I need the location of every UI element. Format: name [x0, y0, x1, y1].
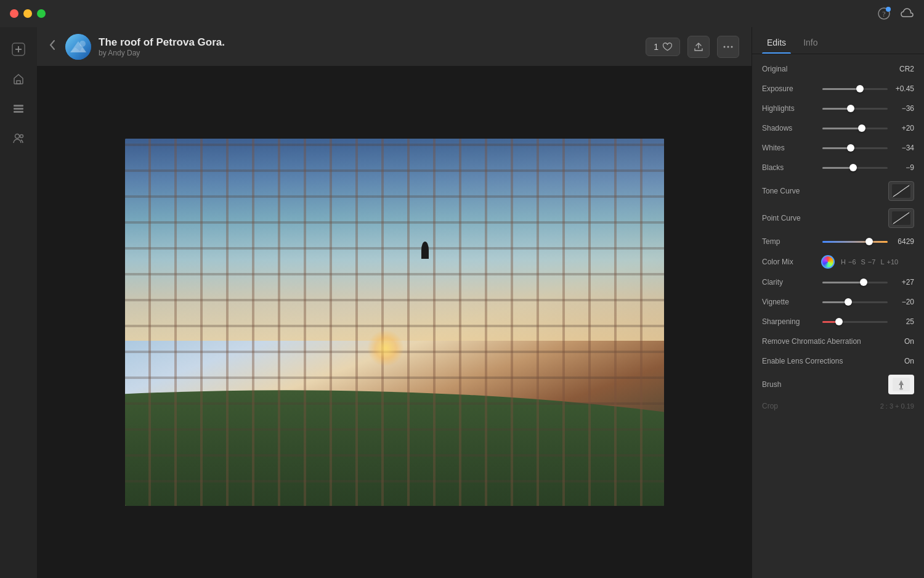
- color-mix-s-label: S: [861, 258, 865, 266]
- sharpening-thumb[interactable]: [835, 318, 843, 325]
- sidebar: [0, 27, 37, 578]
- minimize-button[interactable]: [23, 9, 32, 18]
- svg-point-22: [899, 388, 903, 390]
- highlights-slider[interactable]: [822, 108, 888, 110]
- svg-rect-8: [14, 111, 23, 113]
- vignette-thumb[interactable]: [845, 298, 852, 306]
- blacks-value: −9: [893, 163, 914, 172]
- tone-curve-row: Tone Curve: [752, 177, 924, 205]
- like-count: 1: [654, 42, 659, 52]
- clarity-label: Clarity: [762, 278, 817, 287]
- chromatic-value: On: [893, 337, 914, 346]
- clarity-fill: [822, 282, 864, 283]
- more-options-button[interactable]: [717, 36, 739, 58]
- tab-edits[interactable]: Edits: [762, 31, 791, 54]
- help-icon[interactable]: ?: [877, 7, 891, 20]
- exposure-value: +0.45: [893, 84, 914, 93]
- photo-title: The roof of Petrova Gora.: [99, 36, 225, 49]
- temp-slider[interactable]: [822, 241, 888, 243]
- svg-point-14: [727, 46, 729, 47]
- lens-corrections-row: Enable Lens Corrections On: [752, 351, 924, 371]
- sharpening-row: Sharpening 25: [752, 312, 924, 332]
- highlights-label: Highlights: [762, 104, 817, 113]
- color-mix-h-label: H: [841, 258, 846, 266]
- shadows-thumb[interactable]: [858, 124, 865, 132]
- close-button[interactable]: [10, 9, 18, 18]
- app-body: The roof of Petrova Gora. by Andy Day 1: [0, 27, 924, 578]
- back-button[interactable]: [49, 39, 55, 54]
- blacks-fill: [822, 167, 853, 169]
- lens-label: Enable Lens Corrections: [762, 357, 888, 365]
- exposure-fill: [822, 88, 860, 90]
- right-panel: Edits Info Original CR2 Exposure +0.45 H…: [752, 27, 924, 578]
- titlebar: ?: [0, 0, 924, 27]
- shadows-fill: [822, 128, 862, 129]
- maximize-button[interactable]: [37, 9, 46, 18]
- shadows-label: Shadows: [762, 124, 817, 132]
- blacks-slider[interactable]: [822, 167, 888, 169]
- svg-point-9: [15, 134, 20, 139]
- whites-row: Whites −34: [752, 138, 924, 158]
- photo-header-actions: 1: [646, 36, 739, 58]
- svg-point-12: [79, 41, 86, 47]
- point-curve-button[interactable]: [888, 208, 914, 228]
- vignette-value: −20: [893, 298, 914, 306]
- color-mix-circle[interactable]: [821, 255, 835, 269]
- color-mix-row: Color Mix H −6 S −7 L +10: [752, 251, 924, 272]
- crop-label: Crop: [762, 402, 778, 410]
- share-button[interactable]: [687, 36, 710, 58]
- color-mix-l-label: L: [880, 258, 884, 266]
- blacks-thumb[interactable]: [849, 164, 857, 171]
- highlights-row: Highlights −36: [752, 99, 924, 118]
- original-row: Original CR2: [752, 59, 924, 79]
- svg-point-10: [20, 135, 23, 138]
- clarity-thumb[interactable]: [860, 279, 867, 286]
- structure-overlay: [125, 139, 664, 506]
- blacks-label: Blacks: [762, 163, 817, 172]
- highlights-thumb[interactable]: [847, 105, 854, 112]
- shadows-row: Shadows +20: [752, 118, 924, 138]
- sidebar-item-library[interactable]: [6, 96, 31, 121]
- clarity-slider[interactable]: [822, 282, 888, 283]
- tab-info[interactable]: Info: [798, 31, 822, 54]
- color-mix-values: H −6 S −7 L +10: [841, 258, 898, 266]
- clarity-row: Clarity +27: [752, 272, 924, 292]
- temp-row: Temp 6429: [752, 232, 924, 251]
- chromatic-aberration-row: Remove Chromatic Aberration On: [752, 332, 924, 351]
- whites-value: −34: [893, 144, 914, 152]
- whites-label: Whites: [762, 144, 817, 152]
- svg-rect-5: [17, 81, 20, 84]
- sidebar-item-people[interactable]: [6, 126, 31, 150]
- photo-header: The roof of Petrova Gora. by Andy Day 1: [37, 27, 752, 67]
- exposure-thumb[interactable]: [856, 85, 864, 92]
- brush-button[interactable]: [888, 375, 914, 394]
- exposure-slider[interactable]: [822, 88, 888, 90]
- figure-silhouette: [421, 242, 429, 259]
- svg-rect-21: [901, 385, 902, 388]
- shadows-slider[interactable]: [822, 128, 888, 129]
- point-curve-row: Point Curve: [752, 205, 924, 232]
- sharpening-slider[interactable]: [822, 321, 888, 323]
- highlights-value: −36: [893, 104, 914, 113]
- like-button[interactable]: 1: [646, 38, 680, 56]
- sidebar-item-home[interactable]: [6, 67, 31, 91]
- panel-content: Original CR2 Exposure +0.45 Highlights: [752, 54, 924, 578]
- whites-thumb[interactable]: [847, 144, 854, 152]
- sidebar-item-add[interactable]: [6, 37, 31, 62]
- photo-area: [37, 67, 752, 578]
- crop-row: Crop 2 : 3 + 0.19: [752, 398, 924, 414]
- titlebar-actions: ?: [877, 7, 914, 20]
- temp-thumb[interactable]: [865, 238, 873, 245]
- blacks-row: Blacks −9: [752, 158, 924, 177]
- whites-slider[interactable]: [822, 147, 888, 149]
- svg-rect-7: [14, 108, 23, 110]
- vignette-slider[interactable]: [822, 301, 888, 303]
- chromatic-label: Remove Chromatic Aberration: [762, 337, 888, 346]
- color-mix-s-value: −7: [868, 258, 876, 266]
- tone-curve-button[interactable]: [888, 181, 914, 201]
- photo-container: [125, 139, 664, 506]
- color-mix-l-value: +10: [887, 258, 899, 266]
- cloud-sync-icon[interactable]: [901, 7, 914, 20]
- traffic-lights: [10, 9, 46, 18]
- original-label: Original: [762, 65, 817, 73]
